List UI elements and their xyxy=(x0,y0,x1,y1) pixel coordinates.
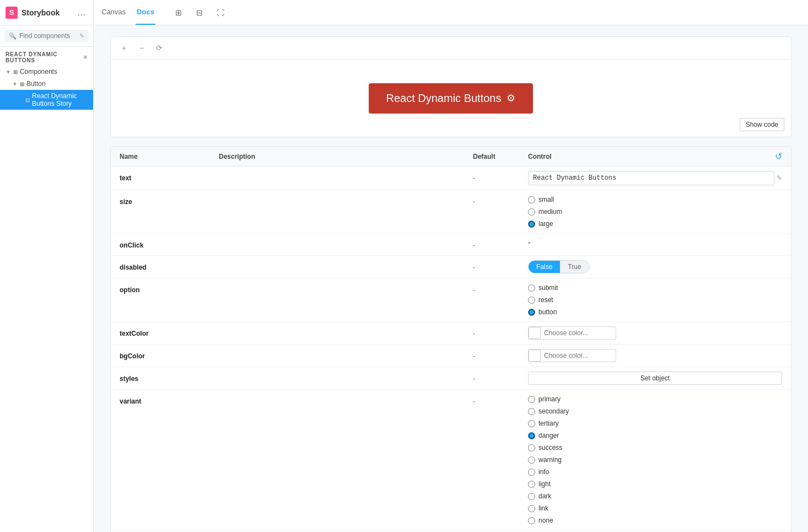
prop-desc xyxy=(219,372,473,375)
color-swatch[interactable] xyxy=(529,327,541,339)
search-input[interactable] xyxy=(19,32,77,40)
story-icon: ⊡ xyxy=(25,97,30,103)
sidebar-logo: S Storybook xyxy=(6,7,60,19)
radio-option-reset[interactable]: reset xyxy=(528,295,782,305)
caret-icon: ▼ xyxy=(12,81,18,87)
radio-option-light[interactable]: light xyxy=(528,479,782,489)
sidebar-section-label: REACT DYNAMIC BUTTONS × xyxy=(0,47,93,66)
grid-small-icon[interactable]: ⊞ xyxy=(171,5,186,20)
radio-option-button[interactable]: button xyxy=(528,307,782,317)
prop-control: ✎ xyxy=(528,171,782,185)
color-text-field[interactable] xyxy=(541,327,607,338)
onclick-dash: - xyxy=(528,238,782,246)
radio-option-large[interactable]: large xyxy=(528,219,782,229)
table-row: bgColor - xyxy=(111,345,791,367)
edit-icon[interactable]: ✎ xyxy=(79,33,84,40)
sidebar-item-label: React Dynamic Buttons Story xyxy=(32,92,88,108)
table-row: styles - Set object xyxy=(111,367,791,390)
sidebar-item-label: Button xyxy=(26,80,46,88)
preview-area: React Dynamic Buttons ⚙ Show code xyxy=(111,60,791,137)
section-close-button[interactable]: × xyxy=(83,53,88,61)
radio-option-warning[interactable]: warning xyxy=(528,455,782,465)
radio-option-danger[interactable]: danger xyxy=(528,431,782,440)
prop-default: - xyxy=(473,195,528,206)
toggle-false-button[interactable]: False xyxy=(529,261,560,273)
color-swatch[interactable] xyxy=(529,350,541,362)
main-area: Canvas Docs ⊞ ⊟ ⛶ + − ⟳ React Dynamic Bu… xyxy=(94,0,808,532)
sidebar-item-button[interactable]: ▼ ⊞ Button xyxy=(0,78,93,90)
header-name: Name xyxy=(120,153,219,160)
text-control-input[interactable] xyxy=(528,171,774,185)
sidebar-tree: ▼ ⊞ Components ▼ ⊞ Button ▶ ⊡ React Dyna… xyxy=(0,66,93,532)
tab-docs[interactable]: Docs xyxy=(136,0,155,25)
radio-option-tertiary[interactable]: tertiary xyxy=(528,418,782,428)
toggle-true-button[interactable]: True xyxy=(560,261,589,273)
grid-large-icon[interactable]: ⊟ xyxy=(192,5,207,20)
radio-option-medium[interactable]: medium xyxy=(528,207,782,217)
prop-name: option xyxy=(120,283,219,294)
sidebar-more-button[interactable]: … xyxy=(76,7,88,19)
table-row: disabled - False True xyxy=(111,256,791,278)
prop-control: small medium large xyxy=(528,195,782,229)
radio-option-link[interactable]: link xyxy=(528,503,782,513)
prop-desc xyxy=(219,283,473,286)
bg-color-input xyxy=(528,349,616,362)
zoom-out-icon[interactable]: − xyxy=(135,41,148,55)
prop-control: primary secondary tertiary danger succes… xyxy=(528,394,782,525)
prop-name: variant xyxy=(120,394,219,405)
zoom-reset-icon[interactable]: ⟳ xyxy=(153,41,166,55)
radio-option-success[interactable]: success xyxy=(528,443,782,453)
prop-control: Set object xyxy=(528,372,782,385)
show-code-button[interactable]: Show code xyxy=(740,118,784,131)
radio-option-info[interactable]: info xyxy=(528,467,782,477)
radio-option-dark[interactable]: dark xyxy=(528,491,782,501)
prop-name: onClick xyxy=(120,238,219,249)
sidebar: S Storybook … 🔍 ✎ REACT DYNAMIC BUTTONS … xyxy=(0,0,94,532)
prop-desc xyxy=(219,195,473,198)
prop-default: - xyxy=(473,326,528,337)
edit-icon[interactable]: ✎ xyxy=(777,174,782,182)
prop-desc xyxy=(219,171,473,174)
text-color-input xyxy=(528,326,616,340)
fullscreen-icon[interactable]: ⛶ xyxy=(213,5,228,20)
folder-icon: ⊞ xyxy=(20,81,24,87)
radio-option-primary[interactable]: primary xyxy=(528,394,782,404)
prop-desc xyxy=(219,260,473,264)
table-row: onClick - - xyxy=(111,234,791,256)
prop-control xyxy=(528,349,782,362)
sidebar-header: S Storybook … xyxy=(0,0,93,25)
storybook-logo-text: Storybook xyxy=(21,8,60,17)
prop-name: size xyxy=(120,195,219,206)
table-row: text - ✎ xyxy=(111,166,791,190)
prop-default: - xyxy=(473,171,528,182)
demo-button-label: React Dynamic Buttons xyxy=(386,92,502,105)
zoom-in-icon[interactable]: + xyxy=(117,41,131,55)
color-text-field[interactable] xyxy=(541,350,607,361)
props-table: Name Description Default Control ↺ text … xyxy=(110,146,791,532)
sidebar-item-label: Components xyxy=(20,68,57,76)
topnav: Canvas Docs ⊞ ⊟ ⛶ xyxy=(94,0,808,25)
demo-button[interactable]: React Dynamic Buttons ⚙ xyxy=(369,83,534,114)
radio-option-none[interactable]: none xyxy=(528,515,782,525)
prop-name: bgColor xyxy=(120,349,219,360)
header-default: Default xyxy=(473,153,528,160)
sidebar-search-area: 🔍 ✎ xyxy=(0,25,93,47)
sidebar-item-components[interactable]: ▼ ⊞ Components xyxy=(0,66,93,78)
radio-option-submit[interactable]: submit xyxy=(528,283,782,293)
radio-option-small[interactable]: small xyxy=(528,195,782,205)
sidebar-item-story[interactable]: ▶ ⊡ React Dynamic Buttons Story xyxy=(0,90,93,110)
header-control: Control xyxy=(528,153,552,160)
radio-option-secondary[interactable]: secondary xyxy=(528,406,782,416)
content-area: + − ⟳ React Dynamic Buttons ⚙ Show code … xyxy=(94,25,808,532)
topnav-icons: ⊞ ⊟ ⛶ xyxy=(171,5,228,20)
set-object-button[interactable]: Set object xyxy=(528,372,782,385)
prop-default: - xyxy=(473,372,528,383)
prop-desc xyxy=(219,238,473,241)
tab-canvas[interactable]: Canvas xyxy=(100,0,127,25)
table-row: variant - primary secondary tertiary dan… xyxy=(111,390,791,530)
prop-desc xyxy=(219,394,473,397)
gear-icon: ⚙ xyxy=(507,92,515,104)
preview-toolbar: + − ⟳ xyxy=(111,37,791,60)
search-icon: 🔍 xyxy=(9,33,17,40)
reset-controls-button[interactable]: ↺ xyxy=(775,151,782,162)
